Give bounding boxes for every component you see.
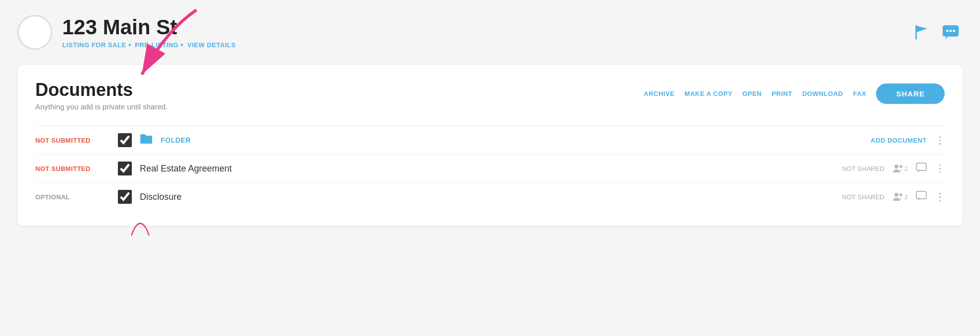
doc-status-not-submitted: NOT SUBMITTED [35,165,110,172]
comment-icon[interactable] [916,163,927,175]
svg-point-8 [894,193,898,197]
page-wrapper: 123 Main St LISTING FOR SALE ▾ PRE-LISTI… [17,10,963,226]
not-shared-label: NOT SHARED [842,193,884,201]
listing-for-sale-link[interactable]: LISTING FOR SALE ▾ [62,41,131,49]
panel-header: Documents Anything you add is private un… [35,80,945,111]
people-count: 2 [904,193,908,201]
not-shared-label: NOT SHARED [842,165,884,172]
chevron-down-icon: ▾ [128,42,131,48]
header-icons [910,20,963,44]
more-options-icon[interactable]: ⋮ [935,191,945,203]
make-a-copy-link[interactable]: MAKE A COPY [685,90,732,97]
header-left: 123 Main St LISTING FOR SALE ▾ PRE-LISTI… [17,15,236,50]
svg-point-9 [899,193,902,196]
flag-button[interactable] [910,20,934,44]
folder-name: FOLDER [161,136,863,144]
documents-subtitle: Anything you add is private until shared… [35,102,168,111]
svg-rect-7 [916,163,926,170]
view-details-link[interactable]: VIEW DETAILS [187,41,235,49]
print-link[interactable]: PRINT [772,90,792,97]
header-info: 123 Main St LISTING FOR SALE ▾ PRE-LISTI… [62,16,236,48]
chevron-down-icon: ▾ [181,42,184,48]
doc-name: Real Estate Agreement [140,164,834,174]
svg-point-2 [950,30,952,32]
panel-title-block: Documents Anything you add is private un… [35,80,168,111]
documents-panel: Documents Anything you add is private un… [17,65,963,226]
pre-listing-link[interactable]: PRE-LISTING ▾ [135,41,183,49]
doc-status-optional: OPTIONAL [35,193,110,201]
share-button[interactable]: SHARE [876,84,945,104]
people-count: 2 [904,165,908,172]
chat-button[interactable] [939,20,963,44]
doc-row-right: NOT SHARED 2 ⋮ [842,191,945,203]
open-link[interactable]: OPEN [742,90,762,97]
fax-link[interactable]: FAX [853,90,867,97]
property-title: 123 Main St [62,16,236,39]
more-options-icon[interactable]: ⋮ [935,163,945,174]
table-row: NOT SUBMITTED FOLDER ADD DOCUMENT ⋮ [35,126,945,154]
doc-status-not-submitted: NOT SUBMITTED [35,137,110,144]
svg-point-5 [894,165,898,168]
folder-icon [140,133,153,147]
doc-checkbox[interactable] [118,162,132,175]
svg-point-3 [953,30,955,32]
oval-highlight [125,223,155,236]
table-row: OPTIONAL Disclosure NOT SHARED 2 [35,182,945,211]
svg-point-6 [899,165,902,168]
people-icon: 2 [892,164,908,173]
doc-name: Disclosure [140,192,834,202]
header: 123 Main St LISTING FOR SALE ▾ PRE-LISTI… [17,10,963,60]
doc-checkbox[interactable] [118,133,132,147]
archive-link[interactable]: ARCHIVE [644,90,675,97]
add-document-link[interactable]: ADD DOCUMENT [871,137,927,144]
panel-actions: ARCHIVE MAKE A COPY OPEN PRINT DOWNLOAD … [644,80,945,104]
doc-row-right: NOT SHARED 2 ⋮ [842,163,945,175]
comment-icon[interactable] [916,191,927,203]
svg-point-1 [946,30,949,32]
more-options-icon[interactable]: ⋮ [935,134,945,146]
svg-rect-10 [916,191,926,199]
folder-row-right: ADD DOCUMENT ⋮ [871,134,945,146]
header-links: LISTING FOR SALE ▾ PRE-LISTING ▾ VIEW DE… [62,41,236,49]
people-icon: 2 [892,192,908,201]
avatar [17,15,52,50]
download-link[interactable]: DOWNLOAD [802,90,843,97]
doc-checkbox[interactable] [118,190,132,204]
documents-title: Documents [35,80,168,100]
table-row: NOT SUBMITTED Real Estate Agreement NOT … [35,154,945,182]
